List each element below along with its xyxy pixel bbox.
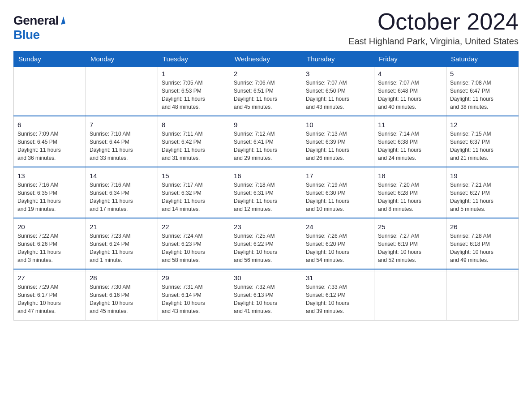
calendar-cell: 8Sunrise: 7:11 AM Sunset: 6:42 PM Daylig… [158, 118, 230, 167]
calendar-cell: 23Sunrise: 7:25 AM Sunset: 6:22 PM Dayli… [230, 220, 302, 269]
logo-triangle-icon [59, 17, 65, 25]
calendar-cell: 20Sunrise: 7:22 AM Sunset: 6:26 PM Dayli… [14, 220, 86, 269]
day-number: 15 [162, 172, 226, 180]
day-number: 9 [234, 121, 298, 128]
day-info: Sunrise: 7:30 AM Sunset: 6:16 PM Dayligh… [90, 283, 154, 315]
day-info: Sunrise: 7:16 AM Sunset: 6:34 PM Dayligh… [90, 181, 154, 213]
day-number: 10 [306, 121, 370, 128]
calendar-cell: 13Sunrise: 7:16 AM Sunset: 6:35 PM Dayli… [14, 169, 86, 218]
calendar-cell: 19Sunrise: 7:21 AM Sunset: 6:27 PM Dayli… [446, 169, 519, 218]
day-number: 16 [234, 172, 298, 180]
day-info: Sunrise: 7:11 AM Sunset: 6:42 PM Dayligh… [162, 130, 226, 162]
day-info: Sunrise: 7:32 AM Sunset: 6:13 PM Dayligh… [234, 283, 298, 315]
day-info: Sunrise: 7:18 AM Sunset: 6:31 PM Dayligh… [234, 181, 298, 213]
calendar-cell: 1Sunrise: 7:05 AM Sunset: 6:53 PM Daylig… [158, 67, 230, 116]
day-number: 21 [90, 223, 154, 231]
day-number: 5 [450, 70, 515, 77]
day-header-friday: Friday [374, 51, 446, 67]
calendar-cell [14, 67, 86, 116]
day-info: Sunrise: 7:26 AM Sunset: 6:20 PM Dayligh… [306, 232, 370, 264]
day-info: Sunrise: 7:10 AM Sunset: 6:44 PM Dayligh… [90, 130, 154, 162]
calendar-cell: 30Sunrise: 7:32 AM Sunset: 6:13 PM Dayli… [230, 271, 302, 320]
day-info: Sunrise: 7:16 AM Sunset: 6:35 PM Dayligh… [17, 181, 82, 213]
day-number: 18 [378, 172, 442, 180]
day-header-thursday: Thursday [302, 51, 374, 67]
calendar-cell [86, 67, 158, 116]
calendar-cell: 6Sunrise: 7:09 AM Sunset: 6:45 PM Daylig… [14, 118, 86, 167]
day-number: 28 [90, 274, 154, 282]
day-number: 4 [378, 70, 442, 77]
day-header-saturday: Saturday [446, 51, 519, 67]
day-number: 20 [17, 223, 82, 231]
week-row-3: 13Sunrise: 7:16 AM Sunset: 6:35 PM Dayli… [14, 169, 519, 218]
calendar-cell: 9Sunrise: 7:12 AM Sunset: 6:41 PM Daylig… [230, 118, 302, 167]
week-row-5: 27Sunrise: 7:29 AM Sunset: 6:17 PM Dayli… [14, 271, 519, 320]
day-info: Sunrise: 7:12 AM Sunset: 6:41 PM Dayligh… [234, 130, 298, 162]
calendar-cell: 31Sunrise: 7:33 AM Sunset: 6:12 PM Dayli… [302, 271, 374, 320]
day-number: 3 [306, 70, 370, 77]
calendar-cell: 14Sunrise: 7:16 AM Sunset: 6:34 PM Dayli… [86, 169, 158, 218]
day-info: Sunrise: 7:29 AM Sunset: 6:17 PM Dayligh… [17, 283, 82, 315]
calendar-cell: 7Sunrise: 7:10 AM Sunset: 6:44 PM Daylig… [86, 118, 158, 167]
day-info: Sunrise: 7:15 AM Sunset: 6:37 PM Dayligh… [450, 130, 515, 162]
day-info: Sunrise: 7:08 AM Sunset: 6:47 PM Dayligh… [450, 79, 515, 111]
day-number: 14 [90, 172, 154, 180]
day-header-monday: Monday [86, 51, 158, 67]
day-info: Sunrise: 7:23 AM Sunset: 6:24 PM Dayligh… [90, 232, 154, 264]
week-row-1: 1Sunrise: 7:05 AM Sunset: 6:53 PM Daylig… [14, 67, 519, 116]
title-area: October 2024 East Highland Park, Virgini… [348, 9, 519, 47]
calendar-cell: 12Sunrise: 7:15 AM Sunset: 6:37 PM Dayli… [446, 118, 519, 167]
week-row-2: 6Sunrise: 7:09 AM Sunset: 6:45 PM Daylig… [14, 118, 519, 167]
calendar-cell: 21Sunrise: 7:23 AM Sunset: 6:24 PM Dayli… [86, 220, 158, 269]
calendar-cell: 16Sunrise: 7:18 AM Sunset: 6:31 PM Dayli… [230, 169, 302, 218]
calendar-cell: 2Sunrise: 7:06 AM Sunset: 6:51 PM Daylig… [230, 67, 302, 116]
day-info: Sunrise: 7:33 AM Sunset: 6:12 PM Dayligh… [306, 283, 370, 315]
day-info: Sunrise: 7:06 AM Sunset: 6:51 PM Dayligh… [234, 79, 298, 111]
day-info: Sunrise: 7:14 AM Sunset: 6:38 PM Dayligh… [378, 130, 442, 162]
week-row-4: 20Sunrise: 7:22 AM Sunset: 6:26 PM Dayli… [14, 220, 519, 269]
location-title: East Highland Park, Virginia, United Sta… [348, 36, 519, 47]
day-number: 24 [306, 223, 370, 231]
day-number: 30 [234, 274, 298, 282]
day-header-tuesday: Tuesday [158, 51, 230, 67]
day-number: 1 [162, 70, 226, 77]
calendar-cell: 18Sunrise: 7:20 AM Sunset: 6:28 PM Dayli… [374, 169, 446, 218]
calendar-cell: 28Sunrise: 7:30 AM Sunset: 6:16 PM Dayli… [86, 271, 158, 320]
day-info: Sunrise: 7:21 AM Sunset: 6:27 PM Dayligh… [450, 181, 515, 213]
header: General Blue October 2024 East Highland … [13, 9, 519, 47]
day-info: Sunrise: 7:17 AM Sunset: 6:32 PM Dayligh… [162, 181, 226, 213]
day-header-wednesday: Wednesday [230, 51, 302, 67]
calendar-cell: 11Sunrise: 7:14 AM Sunset: 6:38 PM Dayli… [374, 118, 446, 167]
calendar-cell: 25Sunrise: 7:27 AM Sunset: 6:19 PM Dayli… [374, 220, 446, 269]
day-number: 11 [378, 121, 442, 128]
day-number: 12 [450, 121, 515, 128]
day-info: Sunrise: 7:22 AM Sunset: 6:26 PM Dayligh… [17, 232, 82, 264]
calendar-cell: 5Sunrise: 7:08 AM Sunset: 6:47 PM Daylig… [446, 67, 519, 116]
day-info: Sunrise: 7:09 AM Sunset: 6:45 PM Dayligh… [17, 130, 82, 162]
calendar-cell: 4Sunrise: 7:07 AM Sunset: 6:48 PM Daylig… [374, 67, 446, 116]
day-number: 8 [162, 121, 226, 128]
day-number: 27 [17, 274, 82, 282]
day-number: 19 [450, 172, 515, 180]
day-number: 6 [17, 121, 82, 128]
day-number: 25 [378, 223, 442, 231]
month-title: October 2024 [348, 9, 519, 34]
calendar-cell: 3Sunrise: 7:07 AM Sunset: 6:50 PM Daylig… [302, 67, 374, 116]
day-info: Sunrise: 7:19 AM Sunset: 6:30 PM Dayligh… [306, 181, 370, 213]
day-info: Sunrise: 7:24 AM Sunset: 6:23 PM Dayligh… [162, 232, 226, 264]
day-number: 29 [162, 274, 226, 282]
day-info: Sunrise: 7:07 AM Sunset: 6:50 PM Dayligh… [306, 79, 370, 111]
day-info: Sunrise: 7:27 AM Sunset: 6:19 PM Dayligh… [378, 232, 442, 264]
day-number: 17 [306, 172, 370, 180]
day-number: 2 [234, 70, 298, 77]
day-info: Sunrise: 7:05 AM Sunset: 6:53 PM Dayligh… [162, 79, 226, 111]
day-number: 31 [306, 274, 370, 282]
calendar-cell: 29Sunrise: 7:31 AM Sunset: 6:14 PM Dayli… [158, 271, 230, 320]
logo: General Blue [13, 13, 64, 42]
calendar-cell: 27Sunrise: 7:29 AM Sunset: 6:17 PM Dayli… [14, 271, 86, 320]
calendar-cell: 26Sunrise: 7:28 AM Sunset: 6:18 PM Dayli… [446, 220, 519, 269]
day-info: Sunrise: 7:28 AM Sunset: 6:18 PM Dayligh… [450, 232, 515, 264]
day-info: Sunrise: 7:07 AM Sunset: 6:48 PM Dayligh… [378, 79, 442, 111]
day-number: 23 [234, 223, 298, 231]
day-header-sunday: Sunday [14, 51, 86, 67]
